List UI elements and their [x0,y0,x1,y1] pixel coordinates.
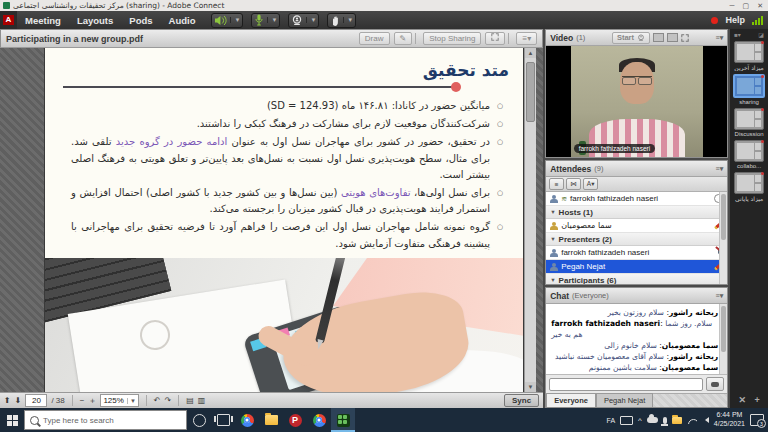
participants-section-header[interactable]: ▼ Participants (6) [546,274,727,284]
notification-center-icon[interactable]: 3 [750,414,764,426]
system-tray: FA ^ 6:44 PM 4/25/2021 3 [607,411,768,429]
menu-audio[interactable]: Audio [161,15,204,26]
zoom-out-icon[interactable]: − [80,397,85,405]
add-layout-icon[interactable]: + [754,395,759,405]
adobe-connect-button[interactable] [331,408,355,432]
start-button[interactable] [0,408,24,432]
stop-sharing-button[interactable]: Stop Sharing [423,32,481,45]
attendee-row-presenter1[interactable]: farrokh fathizadeh naseri [546,246,727,260]
video-pod-menu-icon[interactable]: ≡▾ [716,34,724,42]
maximize-icon[interactable]: ▢ [743,2,750,10]
chevron-down-icon[interactable]: ▼ [550,277,555,283]
cortana-button[interactable] [187,408,211,432]
attendees-pod-menu-icon[interactable]: ≡▾ [716,165,724,173]
attendee-row-presenter2-selected[interactable]: Pegah Nejat [546,260,727,274]
onedrive-cloud-icon[interactable] [647,417,658,423]
chat-scrollbar[interactable] [719,304,727,374]
layout-thumb-1[interactable]: میزاد آخرین [734,41,764,71]
raise-hand-control[interactable]: ▼ [327,13,356,28]
layout-thumb-discussion[interactable]: Discussion [734,108,764,137]
webcam-control[interactable]: ▼ [288,13,319,28]
browser2-button[interactable] [307,408,331,432]
video-fullscreen-icon[interactable] [681,34,689,42]
close-icon[interactable]: ✕ [757,2,763,10]
zoom-in-icon[interactable]: ＋ [88,397,96,405]
presenter-avatar-icon [550,263,558,271]
raise-hand-icon [330,15,340,26]
tab-everyone[interactable]: Everyone [546,393,596,407]
taskbar-clock[interactable]: 6:44 PM 4/25/2021 [714,411,745,429]
layouts-menu-icon[interactable]: ■▾ [734,31,741,38]
chevron-down-icon[interactable]: ▼ [550,209,555,215]
grid-view-icon[interactable] [653,33,664,42]
menu-layouts[interactable]: Layouts [69,15,121,26]
page-up-icon[interactable]: ⬆ [4,397,11,405]
adobe-logo-icon: A [0,11,17,29]
volume-icon[interactable] [702,417,709,423]
hosts-section-header[interactable]: ▼ Hosts (1) [546,206,727,219]
persepolis-button[interactable]: P [283,408,307,432]
touch-keyboard-icon[interactable] [620,416,633,425]
tab-pegah-nejat[interactable]: Pegah Nejat [596,393,653,407]
page-number-input[interactable] [25,394,47,407]
webcam-dropdown-icon[interactable]: ▼ [306,17,316,23]
taskbar-search[interactable]: Type here to search [24,410,187,430]
draw-button[interactable]: Draw [359,32,390,45]
start-webcam-button[interactable]: Start [612,32,650,44]
presenters-section-header[interactable]: ▼ Presenters (2) [546,233,727,246]
file-explorer-button[interactable] [259,408,283,432]
wifi-icon[interactable] [687,416,697,424]
share-pod-menu-icon[interactable]: ≡▾ [516,32,537,45]
tray-expand-icon[interactable]: ^ [638,416,642,425]
tray-folder-icon[interactable] [672,417,682,424]
layouts-collapse-icon[interactable]: ◪ [758,31,764,38]
layout-thumb-sharing-selected[interactable]: sharing [733,74,765,105]
layout-thumb-collaboration[interactable]: collabo... [734,140,764,169]
attendee-row-host[interactable]: سما معصومیان [546,219,727,233]
breakout-view-icon[interactable]: ⋈ [566,178,581,190]
webcam-icon [291,15,303,26]
menu-pods[interactable]: Pods [121,15,160,26]
language-indicator[interactable]: FA [607,417,616,424]
chat-pod-menu-icon[interactable]: ≡▾ [716,292,724,300]
fit-page-icon[interactable]: ▤ [186,397,194,405]
send-message-button[interactable] [706,377,724,391]
attendee-list-view-icon[interactable]: ≡ [549,178,564,190]
chrome-button[interactable] [235,408,259,432]
zoom-level-select[interactable]: 125%▼ [100,394,138,407]
active-speaker-row[interactable]: ≋ farrokh fathizadeh naseri [546,192,727,206]
webcam-icon [637,34,645,42]
tray-microphone-icon[interactable] [663,417,667,424]
sync-button[interactable]: Sync [504,394,539,407]
chat-pod: Chat (Everyone) ≡▾ ریحانه راشور: سلام رو… [545,287,728,408]
chevron-down-icon[interactable]: ▼ [550,236,555,242]
menu-meeting[interactable]: Meeting [17,15,69,26]
scroll-up-icon[interactable]: ▲ [525,48,536,58]
page-down-icon[interactable]: ⬇ [15,397,22,405]
microphone-dropdown-icon[interactable]: ▼ [267,17,277,23]
connection-signal-icon[interactable] [752,16,763,25]
status-view-icon[interactable]: A▾ [583,178,598,190]
speaker-control[interactable]: ▼ [211,13,243,28]
raise-hand-dropdown-icon[interactable]: ▼ [343,17,353,23]
chat-tabs: Everyone Pegah Nejat [546,393,727,407]
layout-thumb-5[interactable]: میزاد پایانی [734,172,764,202]
task-view-button[interactable] [211,408,235,432]
pointer-pen-button[interactable]: ✎ [394,32,413,45]
chat-input[interactable] [549,378,703,391]
scrollbar-thumb[interactable] [526,62,535,122]
attendees-scrollbar[interactable] [719,192,727,284]
help-menu[interactable]: Help [725,15,745,25]
filmstrip-view-icon[interactable] [667,33,678,42]
microphone-control[interactable]: ▼ [251,13,280,28]
layout-options-icon[interactable]: ✕ [739,395,747,405]
scroll-down-icon[interactable]: ▼ [525,382,536,392]
fit-width-icon[interactable]: ▥ [198,397,206,405]
adobe-connect-icon [337,414,350,427]
fullscreen-icon[interactable] [485,32,505,45]
rotate-right-icon[interactable]: ↷ [165,397,172,405]
minimize-icon[interactable]: ─ [730,2,735,10]
rotate-left-icon[interactable]: ↶ [154,397,161,405]
document-scrollbar[interactable]: ▲ ▼ [524,48,536,392]
speaker-dropdown-icon[interactable]: ▼ [230,17,240,23]
